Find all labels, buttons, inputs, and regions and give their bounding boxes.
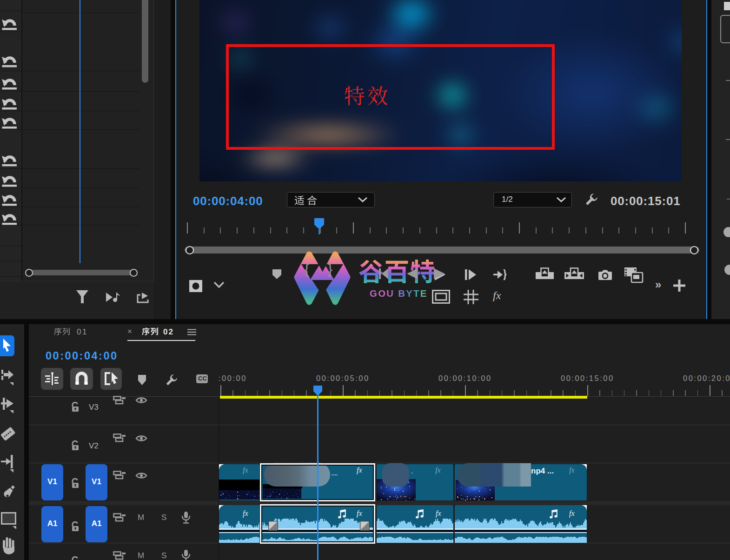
svg-text:}: } [328,261,332,277]
svg-text:{: { [305,261,309,277]
